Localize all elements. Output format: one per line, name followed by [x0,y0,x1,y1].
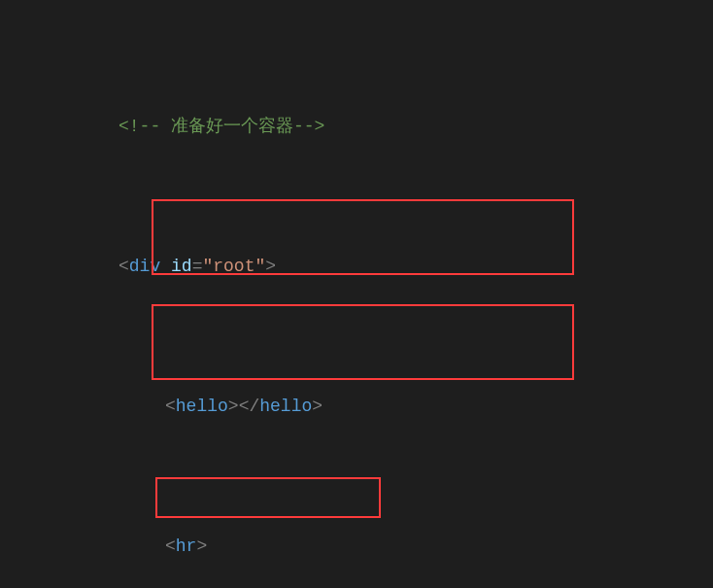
tag-hr: hr [176,536,197,556]
code-line: <div id="root"> [0,249,713,284]
comment-text: <!-- 准备好一个容器--> [119,117,324,136]
code-line: <hello></hello> [0,389,713,424]
attr-id: id [171,257,192,276]
code-line: <!-- 准备好一个容器--> [0,109,713,144]
tag-div: div [129,257,160,276]
str-root: "root" [202,257,265,276]
code-block[interactable]: <!-- 准备好一个容器--> <div id="root"> <hello><… [0,0,713,588]
tag-hello-close: hello [259,397,312,416]
code-line: <hr> [0,529,713,564]
tag-hello: hello [176,397,228,416]
